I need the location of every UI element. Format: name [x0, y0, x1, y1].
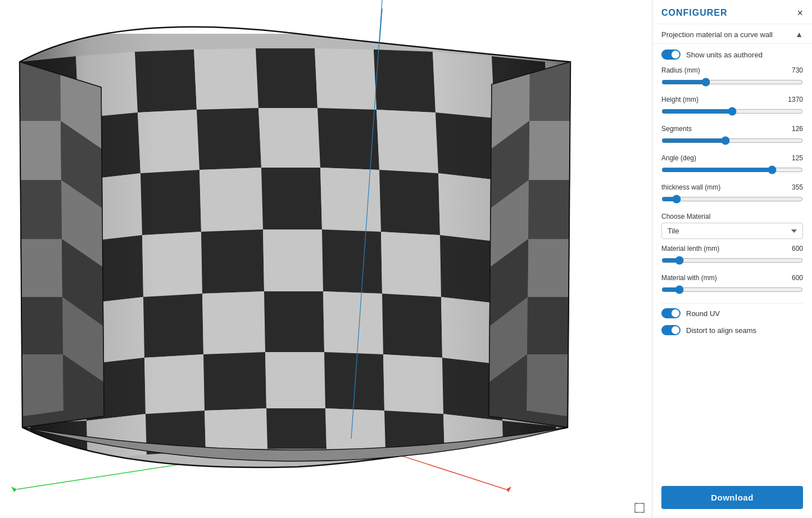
- height-label: Height (mm): [661, 96, 698, 103]
- toggle-slider-round-uv: [661, 308, 681, 318]
- toggle-slider-show-units: [661, 49, 681, 60]
- radius-param: Radius (mm) 730: [661, 66, 803, 90]
- sidebar-title: CONFIGURER: [661, 8, 728, 18]
- material-length-label: Material lenth (mm): [661, 245, 719, 253]
- segments-value: 126: [792, 125, 803, 133]
- distort-label: Distort to align seams: [686, 326, 756, 335]
- toggle-slider-distort: [661, 325, 681, 335]
- material-select[interactable]: Tile: [661, 223, 803, 239]
- material-length-header: Material lenth (mm) 600: [661, 245, 803, 253]
- material-dropdown-row: Choose Material Tile: [661, 213, 803, 239]
- material-width-slider[interactable]: [661, 284, 803, 295]
- scene-svg: [0, 0, 652, 518]
- angle-label: Angle (deg): [661, 154, 696, 162]
- show-units-row: Show units as authored: [661, 49, 803, 60]
- material-length-slider[interactable]: [661, 255, 803, 266]
- segments-param: Segments 126: [661, 125, 803, 148]
- show-units-toggle[interactable]: [661, 49, 681, 60]
- angle-param: Angle (deg) 125: [661, 154, 803, 178]
- 3d-viewport[interactable]: [0, 0, 652, 518]
- height-param: Height (mm) 1370: [661, 96, 803, 119]
- angle-value: 125: [792, 154, 803, 162]
- radius-slider[interactable]: [661, 76, 803, 88]
- round-uv-label: Round UV: [686, 309, 720, 318]
- thickness-value: 355: [792, 183, 803, 191]
- thickness-label: thickness wall (mm): [661, 183, 720, 191]
- thickness-slider[interactable]: [661, 193, 803, 205]
- section-label: Projection material on a curve wall: [661, 30, 773, 39]
- angle-header: Angle (deg) 125: [661, 154, 803, 162]
- show-units-label: Show units as authored: [686, 51, 763, 59]
- svg-marker-96: [529, 121, 570, 180]
- radius-label: Radius (mm): [661, 66, 700, 74]
- segments-header: Segments 126: [661, 125, 803, 133]
- svg-marker-82: [20, 121, 61, 180]
- material-length-param: Material lenth (mm) 600: [661, 245, 803, 268]
- material-width-label: Material with (mm): [661, 274, 717, 282]
- sidebar: CONFIGURER × Projection material on a cu…: [652, 0, 812, 518]
- close-button[interactable]: ×: [797, 8, 803, 18]
- svg-marker-102: [527, 297, 568, 354]
- material-label: Choose Material: [661, 213, 803, 220]
- svg-marker-104: [527, 354, 568, 416]
- svg-marker-98: [528, 180, 569, 239]
- sidebar-content: Show units as authored Radius (mm) 730 H…: [652, 44, 812, 477]
- round-uv-row: Round UV: [661, 308, 803, 318]
- round-uv-toggle[interactable]: [661, 308, 681, 318]
- material-width-value: 600: [792, 274, 803, 282]
- svg-marker-100: [528, 239, 569, 297]
- distort-toggle[interactable]: [661, 325, 681, 335]
- thickness-param: thickness wall (mm) 355: [661, 183, 803, 207]
- angle-slider[interactable]: [661, 164, 803, 175]
- radius-value: 730: [792, 66, 803, 74]
- divider: [661, 303, 803, 304]
- download-button[interactable]: Download: [661, 486, 803, 509]
- height-slider[interactable]: [661, 106, 803, 117]
- collapse-button[interactable]: ▲: [795, 30, 803, 39]
- distort-row: Distort to align seams: [661, 325, 803, 335]
- segments-label: Segments: [661, 125, 692, 133]
- svg-marker-90: [22, 354, 63, 416]
- height-value: 1370: [788, 96, 803, 103]
- radius-header: Radius (mm) 730: [661, 66, 803, 74]
- svg-marker-88: [22, 297, 63, 354]
- sidebar-header: CONFIGURER ×: [652, 0, 812, 24]
- segments-slider[interactable]: [661, 135, 803, 146]
- svg-marker-86: [21, 239, 62, 297]
- material-width-header: Material with (mm) 600: [661, 274, 803, 282]
- height-header: Height (mm) 1370: [661, 96, 803, 103]
- section-header: Projection material on a curve wall ▲: [652, 24, 812, 44]
- svg-marker-84: [21, 180, 62, 239]
- material-length-value: 600: [792, 245, 803, 253]
- material-width-param: Material with (mm) 600: [661, 274, 803, 298]
- thickness-header: thickness wall (mm) 355: [661, 183, 803, 191]
